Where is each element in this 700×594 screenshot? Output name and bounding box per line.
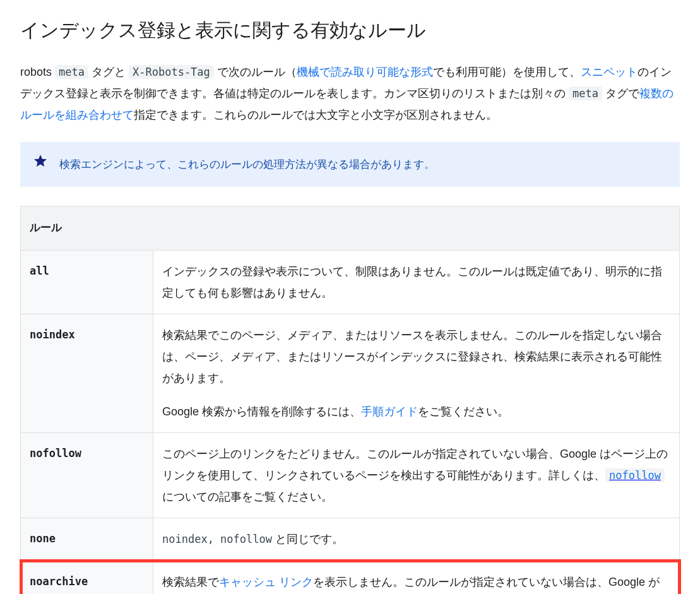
rule-desc-noarchive: 検索結果でキャッシュ リンクを表示しません。このルールが指定されていない場合は、… [153,561,680,594]
rule-name-noarchive: noarchive [21,561,153,594]
code-nofollow: nofollow [605,468,665,482]
link-snippet[interactable]: スニペット [581,66,638,78]
page-heading: インデックス登録と表示に関する有効なルール [20,18,680,44]
text: をご覧ください。 [418,405,509,418]
text: 検索結果でこのページ、メディア、またはリソースを表示しません。このルールを指定し… [162,324,670,389]
code-meta-2: meta [569,86,602,100]
text: Google 検索から情報を削除するには、 [162,405,361,418]
link-nofollow-article[interactable]: nofollow [605,468,665,482]
intro-paragraph: robots meta タグと X-Robots-Tag で次のルール（機械で読… [20,61,680,126]
rule-name-nofollow: nofollow [21,432,153,518]
text: 検索結果で [162,576,219,588]
link-machine-readable[interactable]: 機械で読み取り可能な形式 [297,66,433,78]
table-row: noindex 検索結果でこのページ、メディア、またはリソースを表示しません。こ… [21,314,680,433]
rules-table: ルール all インデックスの登録や表示について、制限はありません。このルールは… [20,206,680,594]
code-x-robots-tag: X-Robots-Tag [129,65,214,79]
text: このページ上のリンクをたどりません。このルールが指定されていない場合、Googl… [162,448,668,482]
rule-desc-none: noindex, nofollow と同じです。 [153,518,680,561]
text: タグで [602,87,639,100]
text: Google 検索から情報を削除するには、手順ガイドをご覧ください。 [162,401,670,422]
table-row: none noindex, nofollow と同じです。 [21,518,680,561]
text: でも利用可能）を使用して、 [433,66,581,78]
rule-name-none: none [21,518,153,561]
table-row: all インデックスの登録や表示について、制限はありません。このルールは既定値で… [21,250,680,314]
text: robots [20,66,55,78]
rule-desc-all: インデックスの登録や表示について、制限はありません。このルールは既定値であり、明… [153,250,680,314]
text: 指定できます。これらのルールでは大文字と小文字が区別されません。 [134,109,497,121]
rule-name-noindex: noindex [21,314,153,433]
link-cache-link[interactable]: キャッシュ リンク [219,576,313,588]
rule-desc-noindex: 検索結果でこのページ、メディア、またはリソースを表示しません。このルールを指定し… [153,314,680,433]
text: インデックスの登録や表示について、制限はありません。このルールは既定値であり、明… [162,261,670,304]
text: で次のルール（ [214,66,297,78]
code-none-equiv: noindex, nofollow [162,533,272,545]
table-row-highlighted: noarchive 検索結果でキャッシュ リンクを表示しません。このルールが指定… [21,561,680,594]
text: と同じです。 [272,533,343,545]
table-row: nofollow このページ上のリンクをたどりません。このルールが指定されていな… [21,432,680,518]
text: タグと [88,66,129,78]
note-box: 検索エンジンによって、これらのルールの処理方法が異なる場合があります。 [20,142,680,187]
link-removal-guide[interactable]: 手順ガイド [361,405,418,418]
star-icon [33,153,48,175]
table-header-rule: ルール [21,206,680,250]
code-meta: meta [55,65,88,79]
note-text: 検索エンジンによって、これらのルールの処理方法が異なる場合があります。 [59,155,435,175]
rule-name-all: all [21,250,153,314]
text: についての記事をご覧ください。 [162,490,333,503]
rule-desc-nofollow: このページ上のリンクをたどりません。このルールが指定されていない場合、Googl… [153,432,680,518]
